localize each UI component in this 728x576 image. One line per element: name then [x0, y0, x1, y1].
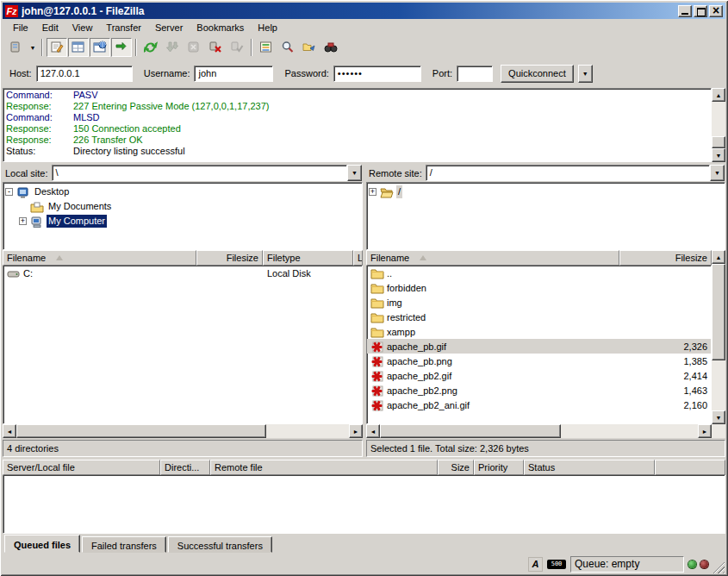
scrollbar-thumb[interactable] — [16, 424, 266, 438]
scroll-left-button[interactable] — [366, 424, 380, 438]
resize-grip[interactable] — [712, 561, 725, 573]
filter-icon — [259, 41, 273, 55]
tab-queued-files[interactable]: Queued files — [4, 535, 80, 553]
remote-horizontal-scrollbar[interactable] — [366, 424, 725, 438]
column-filename[interactable]: Filename — [366, 250, 619, 266]
column-status[interactable]: Status — [524, 460, 655, 475]
column-last-modified[interactable]: L — [353, 250, 363, 266]
remote-tree: + / — [366, 182, 725, 250]
toggle-queue-button[interactable] — [111, 38, 132, 57]
column-priority[interactable]: Priority — [474, 460, 524, 475]
log-vertical-scrollbar[interactable] — [712, 88, 725, 162]
file-row-c-drive[interactable]: C: Local Disk — [3, 266, 362, 280]
expand-expander[interactable]: + — [19, 217, 27, 225]
scroll-up-button[interactable] — [712, 88, 725, 102]
file-row-apache-pb-png[interactable]: apache_pb.png 1,385 — [367, 354, 711, 368]
username-input[interactable]: john — [194, 66, 273, 82]
scrollbar-thumb[interactable] — [712, 264, 725, 360]
scroll-right-button[interactable] — [349, 424, 363, 438]
remote-site-value[interactable]: / — [426, 165, 710, 181]
menu-server[interactable]: Server — [148, 21, 190, 34]
toggle-local-tree-button[interactable] — [68, 38, 89, 57]
quickconnect-button[interactable]: Quickconnect — [501, 65, 574, 83]
sync-browsing-button[interactable] — [320, 38, 341, 57]
process-queue-button[interactable] — [162, 38, 183, 57]
scrollbar-thumb[interactable] — [712, 136, 725, 148]
tree-item-my-documents[interactable]: My Documents — [19, 199, 362, 214]
tree-item-desktop[interactable]: - Desktop — [5, 185, 362, 199]
column-filetype[interactable]: Filetype — [263, 250, 353, 266]
column-server-local-file[interactable]: Server/Local file — [3, 460, 160, 475]
file-row-parent-dir[interactable]: .. — [367, 266, 711, 280]
file-row-apache-pb2-png[interactable]: apache_pb2.png 1,463 — [367, 383, 711, 398]
menu-file[interactable]: File — [6, 21, 35, 34]
expand-expander[interactable]: + — [369, 188, 376, 196]
column-direction[interactable]: Directi... — [160, 460, 210, 475]
computer-icon — [30, 216, 44, 228]
minimize-button[interactable] — [678, 5, 692, 17]
directory-comparison-button[interactable] — [299, 38, 320, 57]
file-row-img[interactable]: img — [367, 295, 711, 310]
file-search-button[interactable] — [277, 38, 298, 57]
site-manager-icon — [9, 41, 23, 55]
tree-item-root[interactable]: + / — [369, 185, 725, 199]
port-input[interactable] — [457, 66, 493, 82]
filter-button[interactable] — [256, 38, 277, 57]
scroll-left-button[interactable] — [3, 424, 16, 438]
scroll-up-button[interactable] — [712, 250, 725, 264]
desktop-icon — [16, 186, 30, 198]
file-row-apache-pb-gif[interactable]: apache_pb.gif 2,326 — [367, 339, 711, 354]
quickconnect-dropdown[interactable]: ▼ — [578, 65, 593, 83]
disconnect-button[interactable] — [205, 38, 226, 57]
menu-transfer[interactable]: Transfer — [99, 21, 148, 34]
site-manager-dropdown[interactable]: ▼ — [28, 38, 38, 57]
chevron-down-icon[interactable]: ▼ — [347, 165, 362, 181]
password-input[interactable]: •••••• — [333, 66, 421, 82]
transfer-type-indicator-icon[interactable]: A — [528, 557, 543, 572]
column-filesize[interactable]: Filesize — [619, 250, 712, 266]
scroll-right-button[interactable] — [698, 424, 712, 438]
scrollbar-thumb[interactable] — [380, 424, 561, 438]
speed-limit-indicator-icon[interactable]: 500 — [547, 560, 566, 569]
local-pane: Local site: \ ▼ - Desktop My Documents — [3, 164, 363, 457]
titlebar[interactable]: Fz john@127.0.0.1 - FileZilla — [3, 3, 725, 19]
close-button[interactable] — [709, 5, 723, 17]
column-filesize[interactable]: Filesize — [196, 250, 263, 266]
file-row-forbidden[interactable]: forbidden — [367, 280, 711, 295]
column-remote-file[interactable]: Remote file — [210, 460, 438, 475]
collapse-expander[interactable]: - — [5, 188, 13, 196]
refresh-button[interactable] — [140, 38, 161, 57]
reconnect-button[interactable] — [227, 38, 247, 57]
menu-bookmarks[interactable]: Bookmarks — [190, 21, 251, 34]
cancel-operation-button[interactable] — [184, 38, 204, 57]
transfer-queue-icon — [115, 41, 128, 55]
tab-failed-transfers[interactable]: Failed transfers — [82, 536, 166, 553]
menu-help[interactable]: Help — [251, 21, 284, 34]
tree-item-my-computer[interactable]: + My Computer — [19, 214, 362, 229]
column-filename[interactable]: Filename — [3, 250, 196, 266]
site-manager-button[interactable] — [6, 38, 27, 57]
local-horizontal-scrollbar[interactable] — [3, 424, 363, 438]
maximize-button[interactable] — [694, 5, 707, 17]
file-row-xampp[interactable]: xampp — [367, 324, 711, 339]
remote-vertical-scrollbar[interactable] — [712, 250, 725, 424]
remote-site-combo[interactable]: / ▼ — [426, 165, 725, 181]
tab-successful-transfers[interactable]: Successful transfers — [168, 536, 272, 553]
chevron-down-icon[interactable]: ▼ — [710, 165, 725, 181]
menu-edit[interactable]: Edit — [35, 21, 65, 34]
image-file-icon — [370, 370, 384, 382]
host-input[interactable]: 127.0.0.1 — [36, 66, 133, 82]
local-file-list: Filename Filesize Filetype L C: Local Di… — [3, 250, 363, 438]
toggle-remote-tree-button[interactable] — [90, 38, 110, 57]
menu-view[interactable]: View — [65, 21, 100, 34]
column-size[interactable]: Size — [438, 460, 474, 475]
scroll-down-button[interactable] — [712, 410, 725, 424]
local-site-value[interactable]: \ — [52, 165, 347, 181]
file-row-restricted[interactable]: restricted — [367, 310, 711, 324]
local-site-combo[interactable]: \ ▼ — [52, 165, 362, 181]
scroll-down-button[interactable] — [712, 148, 725, 162]
toolbar: ▼ — [3, 35, 725, 59]
toggle-log-button[interactable] — [47, 38, 67, 57]
file-row-apache-pb2-gif[interactable]: apache_pb2.gif 2,414 — [367, 368, 711, 383]
file-row-apache-pb2-ani-gif[interactable]: apache_pb2_ani.gif 2,160 — [367, 398, 711, 412]
